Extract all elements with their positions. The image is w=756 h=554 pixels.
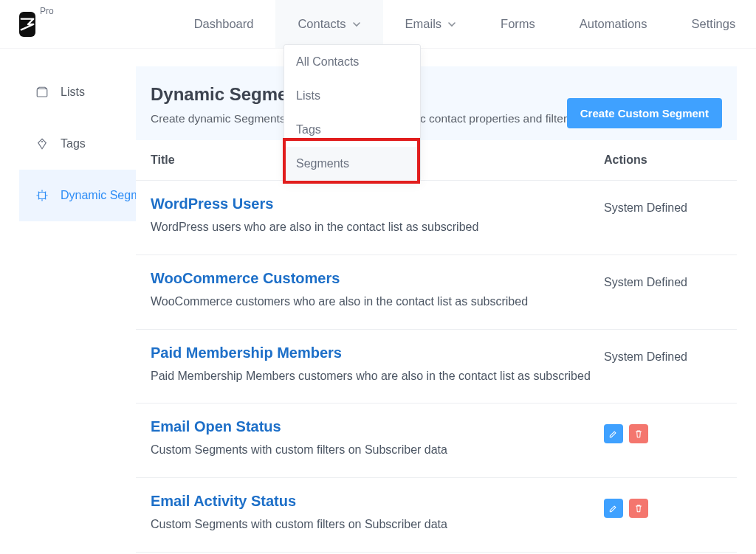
system-defined-label: System Defined: [604, 276, 687, 289]
page-header: Dynamic Segments Create dynamic Segments…: [136, 66, 737, 140]
sidebar-item-lists[interactable]: Lists: [19, 66, 136, 118]
top-navbar: Pro Dashboard Contacts Emails Forms Auto…: [0, 0, 756, 49]
chip-icon: [35, 189, 49, 202]
system-defined-label: System Defined: [604, 350, 687, 364]
sidebar-label-lists: Lists: [61, 86, 85, 99]
segment-row: WooCommerce CustomersWooCommerce custome…: [136, 255, 737, 330]
sidebar-label-dynamic-segments: Dynamic Segments: [61, 189, 136, 202]
segment-title-link[interactable]: WordPress Users: [151, 195, 591, 212]
segment-description: Custom Segments with custom filters on S…: [151, 441, 591, 460]
sidebar-item-tags[interactable]: Tags: [19, 118, 136, 170]
nav-automations[interactable]: Automations: [557, 0, 670, 48]
segment-description: WooCommerce customers who are also in th…: [151, 293, 591, 311]
tag-icon: [35, 137, 49, 150]
sidebar-label-tags: Tags: [61, 137, 86, 150]
list-icon: [35, 86, 49, 99]
nav-settings[interactable]: Settings: [670, 0, 756, 48]
content-area: Dynamic Segments Create dynamic Segments…: [136, 66, 737, 553]
dropdown-segments[interactable]: Segments: [284, 147, 420, 181]
sidebar-item-dynamic-segments[interactable]: Dynamic Segments: [19, 170, 136, 221]
svg-point-1: [41, 141, 43, 142]
nav-dashboard[interactable]: Dashboard: [172, 0, 276, 48]
delete-button[interactable]: [629, 499, 648, 518]
segment-description: WordPress users who are also in the cont…: [151, 218, 591, 237]
table-header: Title Actions: [136, 140, 737, 181]
segment-title-link[interactable]: Email Activity Status: [151, 493, 591, 510]
chevron-down-icon: [447, 20, 456, 29]
column-actions: Actions: [604, 153, 722, 167]
svg-rect-2: [39, 193, 46, 199]
edit-button[interactable]: [604, 424, 623, 443]
delete-button[interactable]: [629, 424, 648, 443]
segment-row: Email Activity StatusCustom Segments wit…: [136, 478, 737, 553]
nav-forms-label: Forms: [501, 17, 535, 31]
segment-title-link[interactable]: Paid Membership Members: [151, 344, 591, 361]
svg-rect-0: [37, 89, 47, 97]
nav-forms[interactable]: Forms: [478, 0, 557, 48]
nav-contacts[interactable]: Contacts: [275, 0, 382, 48]
system-defined-label: System Defined: [604, 201, 687, 215]
create-segment-button[interactable]: Create Custom Segment: [567, 98, 722, 128]
sidebar: Lists Tags Dynamic Segments: [19, 66, 136, 553]
segment-row: Paid Membership MembersPaid Membership M…: [136, 330, 737, 404]
dropdown-all-contacts[interactable]: All Contacts: [284, 45, 420, 79]
pro-badge: Pro: [40, 6, 54, 16]
dropdown-tags[interactable]: Tags: [284, 113, 420, 147]
nav-settings-label: Settings: [692, 17, 736, 31]
nav-automations-label: Automations: [580, 17, 647, 31]
segment-title-link[interactable]: Email Open Status: [151, 418, 591, 435]
nav-dashboard-label: Dashboard: [194, 17, 254, 31]
dropdown-lists[interactable]: Lists: [284, 79, 420, 113]
contacts-dropdown: All Contacts Lists Tags Segments: [284, 44, 421, 181]
app-logo: [19, 12, 35, 37]
segment-row: WordPress UsersWordPress users who are a…: [136, 181, 737, 255]
segment-row: Email Open StatusCustom Segments with cu…: [136, 404, 737, 478]
segment-description: Paid Membership Members customers who ar…: [151, 367, 591, 386]
segment-title-link[interactable]: WooCommerce Customers: [151, 270, 591, 287]
nav-emails-label: Emails: [405, 17, 442, 31]
nav-contacts-label: Contacts: [298, 17, 346, 31]
chevron-down-icon: [352, 20, 361, 29]
nav-emails[interactable]: Emails: [383, 0, 479, 48]
segment-description: Custom Segments with custom filters on S…: [151, 516, 591, 534]
edit-button[interactable]: [604, 499, 623, 518]
